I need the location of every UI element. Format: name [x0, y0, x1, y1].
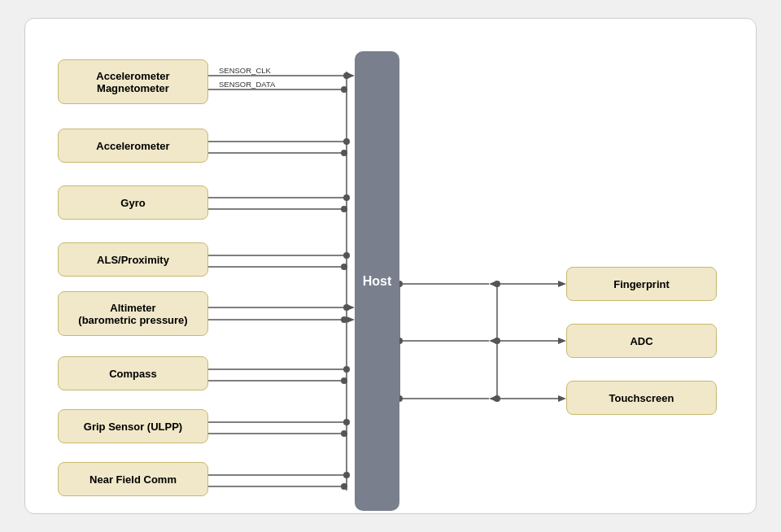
svg-text:SENSOR_CLK: SENSOR_CLK	[219, 66, 272, 75]
svg-marker-32	[347, 316, 355, 323]
svg-point-26	[341, 264, 347, 270]
sensor-compass-label: Compass	[109, 368, 157, 380]
sensor-accelerometer: Accelerometer	[58, 129, 208, 163]
svg-point-23	[343, 252, 350, 259]
svg-marker-56	[558, 281, 566, 287]
svg-point-62	[494, 338, 500, 344]
svg-point-52	[341, 483, 347, 490]
svg-marker-1	[347, 72, 355, 79]
svg-marker-60	[558, 338, 566, 344]
svg-point-58	[494, 281, 500, 287]
svg-point-14	[341, 150, 347, 156]
sensor-nfc: Near Field Comm	[58, 462, 208, 496]
sensor-touchscreen-label: Touchscreen	[609, 392, 674, 404]
sensor-accel-mag-label: Accelerometer Magnetometer	[96, 70, 169, 94]
svg-point-17	[343, 194, 350, 201]
sensor-gyro-label: Gyro	[120, 197, 145, 209]
svg-marker-65	[489, 395, 497, 402]
svg-marker-28	[347, 304, 355, 311]
sensor-als-label: ALS/Proximity	[97, 254, 169, 266]
sensor-adc-label: ADC	[630, 335, 652, 347]
host-label: Host	[363, 274, 392, 289]
svg-point-11	[343, 138, 350, 145]
svg-point-46	[341, 430, 347, 437]
sensor-adc: ADC	[566, 324, 717, 358]
sensor-als-proximity: ALS/Proximity	[58, 242, 208, 277]
svg-point-49	[343, 472, 350, 478]
sensor-grip-label: Grip Sensor (ULPP)	[84, 421, 182, 433]
svg-point-43	[343, 419, 350, 425]
svg-point-30	[343, 304, 350, 311]
diagram-container: SENSOR_CLK SENSOR_DATA	[24, 18, 757, 514]
svg-point-34	[341, 316, 347, 323]
svg-point-20	[341, 206, 347, 212]
sensor-touchscreen: Touchscreen	[566, 381, 717, 415]
sensor-altimeter-label: Altimeter (barometric pressure)	[78, 302, 187, 326]
sensor-accelerometer-label: Accelerometer	[96, 140, 169, 152]
svg-marker-61	[489, 338, 497, 344]
sensor-gyro: Gyro	[58, 185, 208, 220]
svg-point-37	[343, 366, 350, 373]
sensor-grip: Grip Sensor (ULPP)	[58, 409, 208, 443]
sensor-compass: Compass	[58, 356, 208, 390]
svg-point-40	[341, 377, 347, 384]
sensor-nfc-label: Near Field Comm	[89, 473, 177, 486]
sensor-fingerprint: Fingerprint	[566, 267, 717, 301]
svg-point-6	[341, 86, 347, 93]
svg-point-66	[494, 395, 500, 402]
svg-text:SENSOR_DATA: SENSOR_DATA	[219, 80, 276, 89]
sensor-accel-mag: Accelerometer Magnetometer	[58, 59, 208, 104]
svg-point-3	[343, 72, 350, 79]
svg-marker-57	[489, 281, 497, 287]
sensor-altimeter: Altimeter (barometric pressure)	[58, 291, 208, 336]
svg-marker-64	[558, 395, 566, 402]
host-box: Host	[355, 51, 399, 511]
sensor-fingerprint-label: Fingerprint	[613, 278, 670, 290]
